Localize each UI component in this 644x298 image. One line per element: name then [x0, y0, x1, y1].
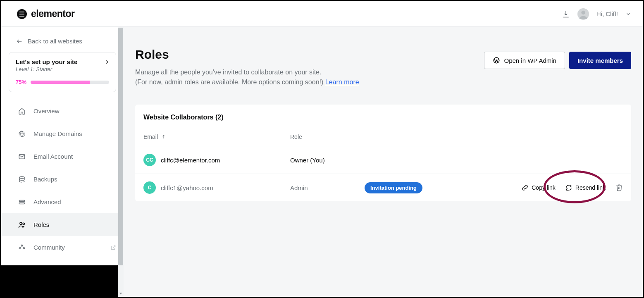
- nav: Overview Manage Domains Email Account Ba…: [1, 100, 124, 259]
- progress-percent: 75%: [16, 79, 26, 85]
- backup-icon: [18, 175, 26, 184]
- brand-name: elementor: [31, 8, 74, 19]
- external-link-icon: [110, 245, 116, 250]
- back-label: Back to all websites: [28, 38, 82, 45]
- open-wp-label: Open in WP Admin: [504, 57, 556, 64]
- open-wp-admin-button[interactable]: Open in WP Admin: [484, 52, 565, 69]
- page-title: Roles: [135, 48, 359, 62]
- invite-members-button[interactable]: Invite members: [569, 52, 631, 69]
- sidebar-item-roles[interactable]: Roles: [1, 213, 124, 236]
- chevron-down-icon[interactable]: [625, 11, 631, 17]
- status-badge: Invitation pending: [365, 182, 422, 193]
- svg-point-13: [19, 248, 20, 249]
- sort-up-icon: [161, 134, 166, 139]
- user-avatar: C: [143, 181, 156, 194]
- user-email: cliffc@elementor.com: [161, 157, 220, 164]
- table-header: Email Role: [135, 128, 631, 146]
- user-role: Admin: [290, 184, 365, 191]
- sidebar-item-label: Manage Domains: [33, 130, 82, 137]
- svg-marker-1: [119, 293, 122, 294]
- sidebar-item-label: Community: [33, 244, 65, 251]
- top-bar: elementor Hi, Cliff!: [1, 1, 643, 27]
- column-role[interactable]: Role: [290, 134, 365, 140]
- download-icon[interactable]: [562, 10, 570, 18]
- svg-point-14: [24, 248, 25, 249]
- svg-rect-8: [19, 200, 25, 201]
- panel-title: Website Collaborators (2): [135, 105, 631, 128]
- sidebar-item-label: Email Account: [33, 153, 73, 160]
- table-row: CC cliffc@elementor.com Owner (You): [135, 146, 631, 174]
- sidebar-item-label: Roles: [33, 221, 49, 228]
- mail-icon: [18, 153, 26, 161]
- sidebar-item-advanced[interactable]: Advanced: [1, 191, 124, 213]
- resend-link-button[interactable]: Resend link: [565, 184, 606, 191]
- back-to-websites-link[interactable]: Back to all websites: [1, 34, 124, 52]
- user-email: cliffc1@yahoo.com: [161, 184, 213, 191]
- column-email-label: Email: [143, 134, 158, 140]
- sidebar-item-label: Backups: [33, 176, 57, 183]
- setup-card[interactable]: Let's set up your site Level 1: Starter …: [9, 52, 116, 92]
- page-desc-2: (For now, admin roles are available. Mor…: [135, 79, 325, 86]
- learn-more-link[interactable]: Learn more: [325, 79, 359, 86]
- collaborators-panel: Website Collaborators (2) Email Role CC …: [135, 105, 631, 201]
- svg-point-7: [19, 176, 24, 179]
- scrollbar-thumb[interactable]: [118, 28, 123, 265]
- redacted-block: [1, 265, 118, 297]
- sidebar: Back to all websites Let's set up your s…: [1, 27, 124, 297]
- brand[interactable]: elementor: [17, 8, 74, 19]
- home-icon: [18, 107, 26, 115]
- wordpress-icon: [493, 57, 500, 64]
- copy-link-button[interactable]: Copy link: [522, 184, 556, 191]
- invite-label: Invite members: [577, 57, 623, 64]
- resend-link-label: Resend link: [575, 184, 606, 191]
- setup-level: Level 1: Starter: [16, 66, 109, 72]
- svg-point-10: [20, 222, 22, 224]
- trash-icon: [615, 184, 623, 191]
- sliders-icon: [18, 198, 26, 206]
- chevron-right-icon: [104, 59, 110, 65]
- scrollbar-down-arrow[interactable]: [118, 291, 123, 296]
- copy-link-label: Copy link: [532, 184, 556, 191]
- arrow-left-icon: [16, 38, 23, 45]
- sidebar-scrollbar[interactable]: [118, 27, 124, 297]
- svg-point-0: [581, 10, 585, 14]
- brand-logo-icon: [17, 9, 27, 19]
- column-email[interactable]: Email: [143, 134, 290, 140]
- globe-icon: [18, 130, 26, 138]
- sidebar-item-email[interactable]: Email Account: [1, 145, 124, 168]
- setup-title: Let's set up your site: [16, 58, 109, 65]
- progress-bar: [31, 81, 109, 84]
- progress-fill: [31, 81, 89, 84]
- community-icon: [18, 243, 26, 252]
- main-content: Roles Manage all the people you've invit…: [124, 27, 643, 297]
- users-icon: [18, 221, 26, 229]
- delete-button[interactable]: [615, 184, 623, 191]
- sidebar-item-label: Overview: [33, 107, 60, 114]
- user-avatar: CC: [143, 154, 156, 166]
- sidebar-item-backups[interactable]: Backups: [1, 168, 124, 191]
- avatar-icon[interactable]: [577, 8, 589, 20]
- user-role: Owner (You): [290, 157, 365, 164]
- svg-point-11: [23, 223, 24, 224]
- refresh-icon: [565, 184, 572, 191]
- sidebar-item-label: Advanced: [33, 198, 61, 205]
- sidebar-item-overview[interactable]: Overview: [1, 100, 124, 122]
- table-row: C cliffc1@yahoo.com Admin Invitation pen…: [135, 174, 631, 201]
- page-desc-1: Manage all the people you've invited to …: [135, 67, 359, 77]
- svg-rect-9: [19, 203, 25, 204]
- user-greeting[interactable]: Hi, Cliff!: [596, 10, 618, 17]
- sidebar-item-community[interactable]: Community: [1, 236, 124, 259]
- link-icon: [522, 184, 528, 191]
- svg-point-12: [21, 245, 23, 246]
- sidebar-item-domains[interactable]: Manage Domains: [1, 122, 124, 145]
